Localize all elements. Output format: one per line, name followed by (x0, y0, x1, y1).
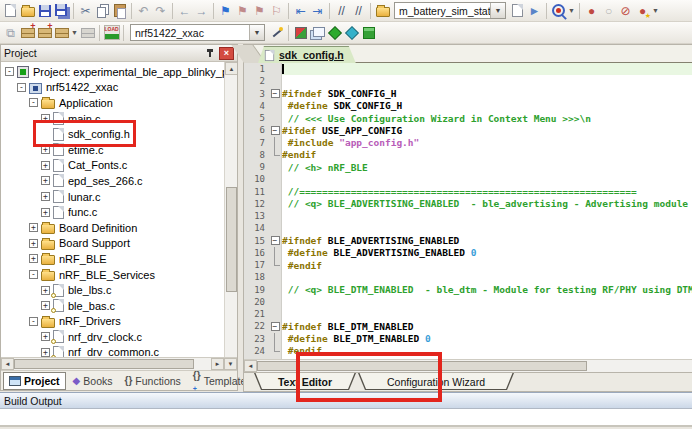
collapse-icon[interactable]: - (29, 98, 38, 107)
options-for-target-icon[interactable] (268, 23, 285, 42)
scrollbar-thumb[interactable] (14, 359, 194, 369)
bookmark-toggle-icon[interactable]: ⚑ (217, 1, 234, 20)
code-line-17[interactable]: 17 #endif (244, 259, 692, 271)
save-all-icon[interactable] (53, 1, 70, 20)
code-line-2[interactable]: 2 (244, 75, 692, 87)
tree-item-nrf51422-xxac[interactable]: -nrf51422_xxac (1, 80, 237, 96)
tree-item-func-c[interactable]: +func.c (1, 204, 237, 220)
expand-icon[interactable]: + (41, 332, 50, 341)
tree-item-ble-lbs-c[interactable]: +ble_lbs.c (1, 282, 237, 298)
file-tab-sdk-config[interactable]: sdk_config.h (258, 46, 356, 63)
tree-item-nrf-drv-clock-c[interactable]: +nrf_drv_clock.c (1, 329, 237, 345)
copy-icon[interactable] (94, 1, 111, 20)
close-panel-button[interactable]: × (219, 47, 234, 60)
download-load-icon[interactable]: LOAD (103, 23, 120, 42)
code-line-15[interactable]: 15−#ifndef BLE_ADVERTISING_ENABLED (244, 235, 692, 247)
find-in-files-dialog-icon[interactable] (509, 1, 526, 20)
code-line-22[interactable]: 22−#ifndef BLE_DTM_ENABLED (244, 320, 692, 332)
expand-icon[interactable]: + (41, 145, 50, 154)
paste-icon[interactable] (111, 1, 128, 20)
select-software-packs-icon[interactable] (326, 23, 343, 42)
tree-vertical-scrollbar[interactable]: ▲ (224, 62, 237, 357)
tree-item-sdk-config-h[interactable]: sdk_config.h (1, 126, 237, 142)
code-area[interactable]: 123−#ifndef SDK_CONFIG_H4 #define SDK_CO… (244, 63, 692, 359)
code-line-19[interactable]: 19 // <q> BLE_DTM_ENABLED - ble_dtm - Mo… (244, 284, 692, 296)
code-line-4[interactable]: 4 #define SDK_CONFIG_H (244, 100, 692, 112)
open-file-icon[interactable] (19, 1, 36, 20)
code-line-11[interactable]: 11 //===================================… (244, 186, 692, 198)
rebuild-all-icon[interactable] (36, 23, 53, 42)
bookmark-clear-all-icon[interactable]: ⚐ (268, 1, 285, 20)
tree-item-main-c[interactable]: +main.c (1, 111, 237, 127)
manage-project-items-icon[interactable] (309, 23, 326, 42)
scroll-down-button[interactable]: ▼ (224, 358, 237, 370)
scroll-up-button[interactable]: ▲ (225, 62, 237, 75)
navigate-forward-icon[interactable]: → (193, 1, 210, 20)
save-icon[interactable] (36, 1, 53, 20)
collapse-icon[interactable]: - (17, 83, 26, 92)
code-line-23[interactable]: 23 #define BLE_DTM_ENABLED 0 (244, 333, 692, 345)
editor-mode-tab-text-editor[interactable]: Text Editor (254, 373, 356, 390)
code-line-5[interactable]: 5 // <<< Use Configuration Wizard in Con… (244, 112, 692, 124)
expand-icon[interactable]: + (41, 301, 50, 310)
code-line-21[interactable]: 21 (244, 308, 692, 320)
manage-run-time-environment-icon[interactable] (292, 23, 309, 42)
expand-icon[interactable]: + (41, 286, 50, 295)
fold-collapse-icon[interactable]: − (268, 124, 282, 136)
breakpoint-options-icon[interactable]: ●★ (634, 1, 651, 20)
tree-horizontal-scrollbar[interactable]: ◄ ► ▼ (1, 357, 237, 370)
disable-breakpoint-icon[interactable]: ○ (600, 1, 617, 20)
chevron-down-icon[interactable]: ▼ (490, 3, 505, 18)
cut-icon[interactable]: ✂ (77, 1, 94, 20)
indent-icon[interactable]: ⇥ (309, 1, 326, 20)
find-in-files-icon[interactable] (374, 1, 391, 20)
scrollbar-thumb[interactable] (226, 187, 237, 292)
expand-icon[interactable]: + (41, 114, 50, 123)
stop-build-icon[interactable] (79, 23, 96, 42)
panel-tab-functions[interactable]: {}Functions (120, 372, 186, 390)
scroll-right-button[interactable]: ► (211, 358, 224, 370)
tree-item-etime-c[interactable]: +etime.c (1, 142, 237, 158)
goto-reference-icon[interactable]: ► (526, 1, 543, 20)
expand-icon[interactable]: + (29, 239, 38, 248)
start-debug-session-dropdown-icon[interactable]: ▼ (567, 1, 576, 20)
code-line-7[interactable]: 7 #include "app_config.h" (244, 137, 692, 149)
code-line-24[interactable]: 24 #endif (244, 345, 692, 357)
navigate-back-icon[interactable]: ← (176, 1, 193, 20)
bookmark-previous-icon[interactable]: ⚑ (251, 1, 268, 20)
code-line-20[interactable]: 20 (244, 296, 692, 308)
tree-item-project-experimental-ble-app-blinky-pca10028-[interactable]: -Project: experimental_ble_app_blinky_pc… (1, 64, 237, 80)
code-line-14[interactable]: 14 (244, 222, 692, 234)
tree-item-nrf-drivers[interactable]: -nRF_Drivers (1, 314, 237, 330)
editor-horizontal-scrollbar[interactable]: ◄ (244, 359, 692, 372)
comment-selection-icon[interactable]: // (333, 1, 350, 20)
scroll-left-button[interactable]: ◄ (1, 358, 14, 370)
code-line-16[interactable]: 16 #define BLE_ADVERTISING_ENABLED 0 (244, 247, 692, 259)
pack-installer-icon[interactable] (343, 23, 360, 42)
build-target-icon[interactable] (19, 23, 36, 42)
breakpoint-options-dropdown-icon[interactable]: ▼ (651, 1, 660, 20)
translate-file-icon[interactable]: ⧉ (2, 23, 19, 42)
scroll-left-button[interactable]: ◄ (244, 360, 257, 372)
code-line-3[interactable]: 3−#ifndef SDK_CONFIG_H (244, 88, 692, 100)
expand-icon[interactable]: + (41, 192, 50, 201)
redo-icon[interactable]: ↷ (152, 1, 169, 20)
pin-icon[interactable] (206, 48, 214, 58)
code-line-8[interactable]: 8#endif (244, 149, 692, 161)
expand-icon[interactable]: + (41, 348, 50, 357)
tree-item-epd-ses-266-c[interactable]: +epd_ses_266.c (1, 173, 237, 189)
start-debug-session-icon[interactable] (550, 1, 567, 20)
insert-breakpoint-icon[interactable]: ● (583, 1, 600, 20)
target-selector[interactable]: nrf51422_xxac▼ (130, 24, 265, 41)
collapse-icon[interactable]: - (5, 67, 14, 76)
tree-item-board-definition[interactable]: +Board Definition (1, 220, 237, 236)
batch-build-icon[interactable] (53, 23, 70, 42)
code-line-13[interactable]: 13 (244, 210, 692, 222)
code-line-10[interactable]: 10 (244, 173, 692, 185)
new-file-icon[interactable] (2, 1, 19, 20)
code-line-18[interactable]: 18 (244, 271, 692, 283)
undo-icon[interactable]: ↶ (135, 1, 152, 20)
tree-item-nrf-ble[interactable]: +nRF_BLE (1, 251, 237, 267)
expand-icon[interactable]: + (41, 208, 50, 217)
search-combo[interactable]: m_battery_sim_state▼ (394, 2, 506, 19)
